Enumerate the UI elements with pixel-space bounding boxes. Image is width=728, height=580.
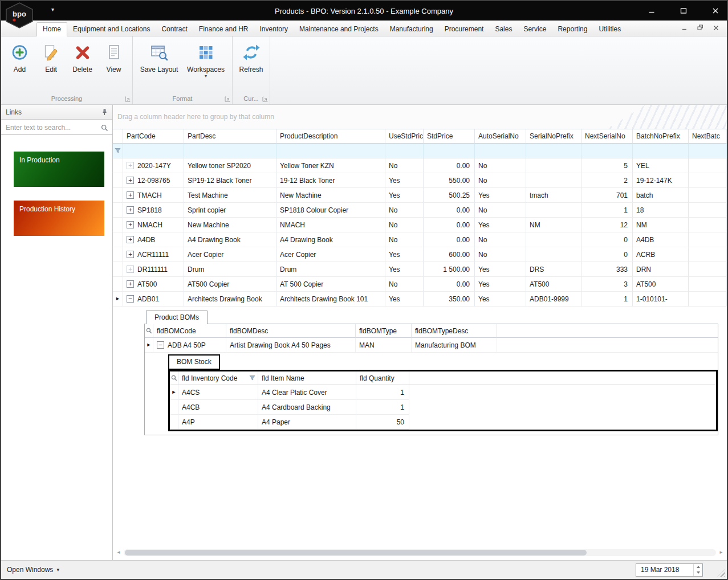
table-row[interactable]: +NMACHNew MachineNMACHNo0.00YesNM12NM	[113, 218, 727, 232]
bom-stock-column-header-fld-inventory-code[interactable]: fld Inventory Code	[178, 371, 258, 385]
date-editor[interactable]: 19 Mar 2018	[636, 563, 703, 577]
table-row[interactable]: +12-098765SP19-12 Black Toner19-12 Black…	[113, 173, 727, 188]
detail-column-header-fldbomdesc[interactable]: fldBOMDesc	[226, 324, 356, 338]
bom-stock-column-header-fld-quantity[interactable]: fld Quantity	[356, 371, 409, 385]
scroll-left-button[interactable]: ◄	[115, 549, 122, 556]
column-header-stdprice[interactable]: StdPrice	[424, 129, 475, 144]
filter-cell-batchnoprefix[interactable]	[633, 144, 689, 158]
expand-row-icon[interactable]: +	[127, 177, 134, 184]
table-row[interactable]: +AT500AT500 CopierAT 500 CopierNo0.00Yes…	[113, 277, 727, 292]
table-row[interactable]: +SP1818Sprint copierSP1818 Colour Copier…	[113, 203, 727, 218]
table-row[interactable]: +DR111111DrumDrumYes1 500.00YesDRS333DRN	[113, 262, 727, 277]
link-in-production[interactable]: In Production	[14, 152, 104, 187]
view-button[interactable]: View	[98, 39, 129, 93]
expand-row-icon[interactable]: +	[127, 236, 134, 243]
column-header-batchnoprefix[interactable]: BatchNoPrefix	[633, 129, 689, 144]
expand-row-icon[interactable]: +	[127, 280, 134, 288]
filter-cell-stdprice[interactable]	[424, 144, 475, 158]
menu-tab-contract[interactable]: Contract	[156, 23, 193, 36]
dialog-launcher-icon[interactable]	[125, 96, 131, 102]
table-row[interactable]: +A4DBA4 Drawing BookA4 Drawing BookNo0.0…	[113, 232, 727, 247]
menu-tab-service[interactable]: Service	[518, 23, 552, 36]
menu-tab-reporting[interactable]: Reporting	[552, 23, 593, 36]
scrollbar-track[interactable]	[124, 549, 716, 556]
menu-tab-finance-and-hr[interactable]: Finance and HR	[193, 23, 254, 36]
scrollbar-thumb[interactable]	[125, 550, 587, 556]
column-header-nextbatc[interactable]: NextBatc	[689, 129, 727, 144]
spinner-up-button[interactable]	[694, 564, 702, 570]
filter-cell-partdesc[interactable]	[184, 144, 276, 158]
add-button[interactable]: Add	[4, 39, 35, 93]
search-input[interactable]	[1, 120, 112, 135]
expand-row-icon[interactable]: +	[127, 266, 134, 273]
menu-tab-sales[interactable]: Sales	[489, 23, 518, 36]
workspaces-button[interactable]: Workspaces ▾	[182, 39, 229, 93]
group-by-bar[interactable]: Drag a column header here to group by th…	[113, 105, 727, 129]
expand-row-icon[interactable]: +	[127, 221, 134, 228]
spinner-down-button[interactable]	[694, 570, 702, 576]
column-filter-button[interactable]	[249, 375, 255, 381]
mdi-minimize-button[interactable]	[682, 23, 688, 33]
menu-tab-inventory[interactable]: Inventory	[254, 23, 294, 36]
delete-button[interactable]: Delete	[67, 39, 98, 93]
maximize-button[interactable]	[679, 6, 688, 15]
expand-row-icon[interactable]: +	[127, 191, 134, 199]
column-header-autoserialno[interactable]: AutoSerialNo	[475, 129, 526, 144]
tab-bom-stock[interactable]: BOM Stock	[169, 356, 219, 369]
menu-tab-equipment-and-locations[interactable]: Equipment and Locations	[67, 23, 156, 36]
link-production-history[interactable]: Production History	[14, 201, 104, 236]
detail-column-header-fldbomcode[interactable]: fldBOMCode	[153, 324, 226, 338]
detail-column-header-fldbomtypedesc[interactable]: fldBOMTypeDesc	[412, 324, 497, 338]
tab-product-boms[interactable]: Product BOMs	[146, 311, 208, 324]
open-windows-button[interactable]: Open Windows ▾	[7, 566, 59, 574]
filter-cell-productdescription[interactable]	[276, 144, 385, 158]
column-header-partcode[interactable]: PartCode	[123, 129, 184, 144]
filter-cell-autoserialno[interactable]	[475, 144, 526, 158]
collapse-detail-row-icon[interactable]: −	[157, 341, 164, 349]
filter-cell-nextbatc[interactable]	[689, 144, 727, 158]
menu-tab-maintenance-and-projects[interactable]: Maintenance and Projects	[294, 23, 384, 36]
column-header-serialnoprefix[interactable]: SerialNoPrefix	[526, 129, 581, 144]
save-layout-button[interactable]: Save Layout	[136, 39, 182, 93]
filter-cell-nextserialno[interactable]	[581, 144, 633, 158]
column-header-productdescription[interactable]: ProductDescription	[276, 129, 385, 144]
expand-row-icon[interactable]: +	[127, 251, 134, 258]
detail-column-header-fldbomtype[interactable]: fldBOMType	[356, 324, 412, 338]
close-button[interactable]	[711, 6, 720, 15]
column-header-nextserialno[interactable]: NextSerialNo	[581, 129, 633, 144]
resize-grip[interactable]	[717, 569, 725, 577]
table-row[interactable]: ►−ADB01Architects Drawing BookArchitects…	[113, 292, 727, 307]
menu-tab-home[interactable]: Home	[36, 22, 67, 36]
bom-stock-row[interactable]: A4CBA4 Cardboard Backing1	[170, 400, 716, 415]
filter-cell-usestdprice[interactable]	[385, 144, 424, 158]
column-header-partdesc[interactable]: PartDesc	[184, 129, 276, 144]
menu-tab-procurement[interactable]: Procurement	[439, 23, 490, 36]
filter-cell-partcode[interactable]	[123, 144, 184, 158]
table-row[interactable]: +2020-147YYellow toner SP2020Yellow Tone…	[113, 158, 727, 173]
collapse-row-icon[interactable]: −	[127, 295, 134, 303]
dialog-launcher-icon[interactable]	[262, 96, 268, 102]
detail-table-row[interactable]: ►−ADB A4 50PArtist Drawing Book A4 50 Pa…	[145, 338, 718, 353]
cell-autoSerialNo: No	[475, 247, 526, 262]
menu-tab-manufacturing[interactable]: Manufacturing	[384, 23, 439, 36]
pin-button[interactable]	[101, 109, 108, 116]
bom-stock-row[interactable]: ►A4CSA4 Clear Platic Cover1	[170, 385, 716, 400]
bom-stock-column-header-fld-item-name[interactable]: fld Item Name	[258, 371, 356, 385]
edit-button[interactable]: Edit	[35, 39, 67, 93]
expand-row-icon[interactable]: +	[127, 206, 134, 214]
horizontal-scrollbar[interactable]: ◄ ►	[113, 549, 727, 557]
expand-row-icon[interactable]: +	[127, 162, 134, 169]
scroll-right-button[interactable]: ►	[718, 549, 725, 556]
refresh-button[interactable]: Refresh	[235, 39, 267, 93]
filter-cell-serialnoprefix[interactable]	[526, 144, 581, 158]
menu-tab-utilities[interactable]: Utilities	[593, 23, 627, 36]
quick-access-caret-icon[interactable]: ▾	[51, 6, 54, 13]
mdi-close-button[interactable]	[713, 23, 719, 33]
dialog-launcher-icon[interactable]	[225, 96, 230, 102]
mdi-restore-button[interactable]	[697, 23, 703, 33]
column-header-usestdprice[interactable]: UseStdPrice	[385, 129, 424, 144]
bom-stock-row[interactable]: A4PA4 Paper50	[170, 415, 716, 430]
table-row[interactable]: +ACR11111Acer CopierAcer CopierYes600.00…	[113, 247, 727, 262]
minimize-button[interactable]	[647, 6, 656, 15]
table-row[interactable]: +TMACHTest MachineNew MachineYes500.25Ye…	[113, 188, 727, 203]
